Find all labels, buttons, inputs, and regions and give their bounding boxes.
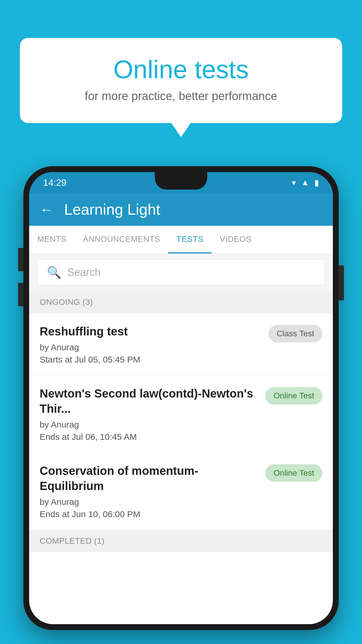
phone-notch xyxy=(155,172,207,190)
status-bar: 14:29 ▾ ▲ ▮ xyxy=(29,172,333,193)
test-title-2: Newton's Second law(contd)-Newton's Thir… xyxy=(40,386,259,416)
wifi-icon: ▾ xyxy=(292,178,296,188)
test-item-reshuffling[interactable]: Reshuffling test by Anurag Starts at Jul… xyxy=(29,313,333,375)
volume-up-button xyxy=(18,248,23,271)
volume-down-button xyxy=(18,283,23,306)
app-bar-title: Learning Light xyxy=(64,201,160,218)
tab-ments[interactable]: MENTS xyxy=(29,226,75,253)
tabs-container: MENTS ANNOUNCEMENTS TESTS VIDEOS xyxy=(29,226,333,254)
test-date-1: Starts at Jul 05, 05:45 PM xyxy=(40,355,263,365)
speech-bubble: Online tests for more practice, better p… xyxy=(20,38,342,123)
test-item-newton[interactable]: Newton's Second law(contd)-Newton's Thir… xyxy=(29,375,333,453)
test-author-1: by Anurag xyxy=(40,342,263,352)
badge-online-test-3: Online Test xyxy=(265,464,322,482)
section-ongoing-header: ONGOING (3) xyxy=(29,291,333,313)
status-time: 14:29 xyxy=(43,177,66,188)
test-item-conservation[interactable]: Conservation of momentum-Equilibrium by … xyxy=(29,453,333,530)
test-date-2: Ends at Jul 06, 10:45 AM xyxy=(40,432,259,442)
tab-tests[interactable]: TESTS xyxy=(168,226,212,253)
speech-bubble-subtitle: for more practice, better performance xyxy=(43,90,319,103)
phone-outer: 14:29 ▾ ▲ ▮ ← Learning Light MENTS A xyxy=(23,166,339,630)
test-author-3: by Anurag xyxy=(40,497,259,507)
status-icons: ▾ ▲ ▮ xyxy=(292,178,319,188)
phone-mockup: 14:29 ▾ ▲ ▮ ← Learning Light MENTS A xyxy=(23,166,339,630)
battery-icon: ▮ xyxy=(314,178,319,188)
app-bar: ← Learning Light xyxy=(29,193,333,226)
tab-videos[interactable]: VIDEOS xyxy=(212,226,260,253)
test-info-3: Conservation of momentum-Equilibrium by … xyxy=(40,463,259,519)
search-input[interactable]: Search xyxy=(67,266,101,279)
tab-announcements[interactable]: ANNOUNCEMENTS xyxy=(75,226,168,253)
power-button xyxy=(339,265,344,300)
test-date-3: Ends at Jun 10, 06:00 PM xyxy=(40,509,259,519)
search-container: 🔍 Search xyxy=(29,254,333,291)
phone-screen: 14:29 ▾ ▲ ▮ ← Learning Light MENTS A xyxy=(29,172,333,624)
search-bar[interactable]: 🔍 Search xyxy=(37,260,325,285)
badge-online-test-2: Online Test xyxy=(265,387,322,405)
search-icon: 🔍 xyxy=(47,266,61,279)
back-arrow-icon[interactable]: ← xyxy=(40,202,54,218)
test-info-1: Reshuffling test by Anurag Starts at Jul… xyxy=(40,324,263,365)
badge-class-test-1: Class Test xyxy=(268,325,322,342)
test-author-2: by Anurag xyxy=(40,420,259,430)
speech-bubble-title: Online tests xyxy=(43,55,319,84)
test-title-1: Reshuffling test xyxy=(40,324,263,339)
section-completed-header: COMPLETED (1) xyxy=(29,530,333,552)
speech-bubble-container: Online tests for more practice, better p… xyxy=(20,38,342,123)
test-title-3: Conservation of momentum-Equilibrium xyxy=(40,463,259,494)
test-info-2: Newton's Second law(contd)-Newton's Thir… xyxy=(40,386,259,442)
signal-icon: ▲ xyxy=(301,178,309,187)
